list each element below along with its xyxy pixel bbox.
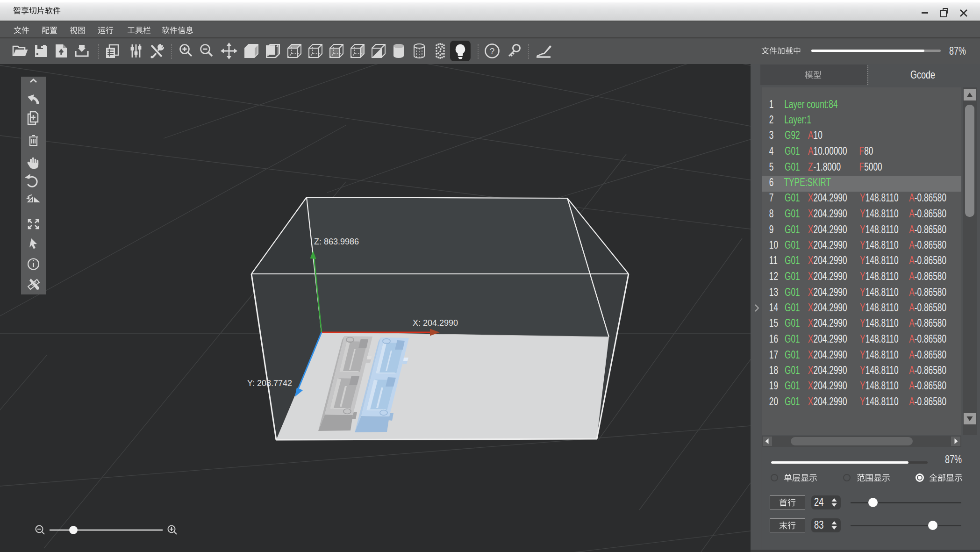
svg-text:Y: 208.7742: Y: 208.7742: [247, 379, 292, 388]
svg-text:X: 204.2990: X: 204.2990: [413, 318, 458, 328]
svg-text:Z: 863.9986: Z: 863.9986: [314, 237, 359, 246]
svg-text:?: ?: [490, 46, 495, 56]
